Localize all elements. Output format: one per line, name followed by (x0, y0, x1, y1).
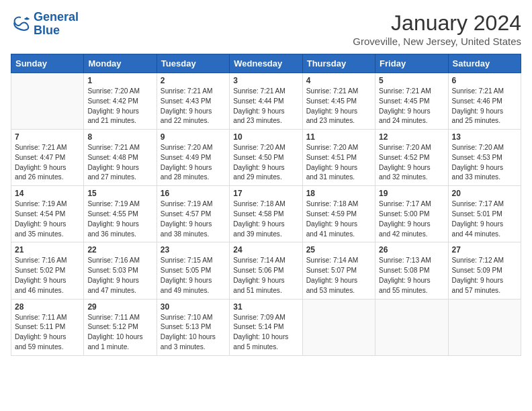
calendar-week-row: 21Sunrise: 7:16 AMSunset: 5:02 PMDayligh… (11, 242, 521, 299)
day-info: Sunrise: 7:20 AMSunset: 4:49 PMDaylight:… (161, 143, 226, 183)
day-info: Sunrise: 7:17 AMSunset: 5:01 PMDaylight:… (452, 199, 517, 239)
day-info: Sunrise: 7:19 AMSunset: 4:55 PMDaylight:… (87, 199, 152, 239)
calendar-week-row: 1Sunrise: 7:20 AMSunset: 4:42 PMDaylight… (11, 73, 521, 130)
calendar-day-cell: 19Sunrise: 7:17 AMSunset: 5:00 PMDayligh… (375, 186, 448, 242)
calendar-day-cell: 15Sunrise: 7:19 AMSunset: 4:55 PMDayligh… (84, 186, 157, 242)
calendar-day-cell: 29Sunrise: 7:11 AMSunset: 5:12 PMDayligh… (84, 299, 157, 355)
calendar-day-cell: 25Sunrise: 7:14 AMSunset: 5:07 PMDayligh… (302, 242, 375, 299)
calendar-week-row: 28Sunrise: 7:11 AMSunset: 5:11 PMDayligh… (11, 299, 521, 355)
calendar-day-cell: 21Sunrise: 7:16 AMSunset: 5:02 PMDayligh… (11, 242, 84, 299)
day-info: Sunrise: 7:14 AMSunset: 5:06 PMDaylight:… (233, 256, 298, 295)
calendar-day-header: Saturday (448, 54, 521, 73)
calendar-table: SundayMondayTuesdayWednesdayThursdayFrid… (11, 54, 521, 356)
day-info: Sunrise: 7:21 AMSunset: 4:45 PMDaylight:… (306, 87, 371, 126)
calendar-day-cell (375, 299, 448, 355)
page-header: General Blue January 2024 Groveville, Ne… (11, 11, 521, 47)
calendar-day-cell: 26Sunrise: 7:13 AMSunset: 5:08 PMDayligh… (375, 242, 448, 299)
day-info: Sunrise: 7:21 AMSunset: 4:45 PMDaylight:… (379, 87, 444, 126)
calendar-day-cell: 17Sunrise: 7:18 AMSunset: 4:58 PMDayligh… (230, 186, 302, 242)
calendar-day-header: Friday (375, 54, 448, 73)
calendar-day-cell: 28Sunrise: 7:11 AMSunset: 5:11 PMDayligh… (11, 299, 84, 355)
calendar-subtitle: Groveville, New Jersey, United States (353, 36, 521, 47)
calendar-day-cell: 30Sunrise: 7:10 AMSunset: 5:13 PMDayligh… (157, 299, 229, 355)
calendar-day-header: Sunday (11, 54, 84, 73)
day-info: Sunrise: 7:20 AMSunset: 4:50 PMDaylight:… (233, 143, 298, 183)
logo-icon (11, 15, 31, 34)
calendar-day-cell: 16Sunrise: 7:19 AMSunset: 4:57 PMDayligh… (157, 186, 229, 242)
calendar-day-cell: 22Sunrise: 7:16 AMSunset: 5:03 PMDayligh… (84, 242, 157, 299)
calendar-day-cell: 8Sunrise: 7:21 AMSunset: 4:48 PMDaylight… (84, 130, 157, 186)
day-number: 6 (452, 76, 517, 85)
calendar-day-cell: 4Sunrise: 7:21 AMSunset: 4:45 PMDaylight… (302, 73, 375, 130)
calendar-day-cell: 5Sunrise: 7:21 AMSunset: 4:45 PMDaylight… (375, 73, 448, 130)
day-number: 20 (452, 189, 517, 198)
day-number: 4 (306, 76, 371, 85)
calendar-week-row: 7Sunrise: 7:21 AMSunset: 4:47 PMDaylight… (11, 130, 521, 186)
day-number: 9 (161, 132, 226, 142)
day-number: 15 (87, 189, 152, 198)
calendar-day-cell: 20Sunrise: 7:17 AMSunset: 5:01 PMDayligh… (448, 186, 521, 242)
day-info: Sunrise: 7:18 AMSunset: 4:58 PMDaylight:… (233, 199, 298, 239)
calendar-day-cell: 9Sunrise: 7:20 AMSunset: 4:49 PMDaylight… (157, 130, 229, 186)
day-number: 24 (233, 245, 298, 255)
calendar-day-cell: 3Sunrise: 7:21 AMSunset: 4:44 PMDaylight… (230, 73, 302, 130)
day-number: 21 (15, 245, 80, 255)
day-info: Sunrise: 7:19 AMSunset: 4:57 PMDaylight:… (161, 199, 226, 239)
calendar-day-cell: 7Sunrise: 7:21 AMSunset: 4:47 PMDaylight… (11, 130, 84, 186)
day-info: Sunrise: 7:11 AMSunset: 5:12 PMDaylight:… (87, 313, 152, 353)
calendar-day-header: Wednesday (230, 54, 302, 73)
day-number: 11 (306, 132, 371, 142)
day-number: 22 (87, 245, 152, 255)
calendar-day-header: Tuesday (157, 54, 229, 73)
calendar-day-cell: 18Sunrise: 7:18 AMSunset: 4:59 PMDayligh… (302, 186, 375, 242)
day-info: Sunrise: 7:21 AMSunset: 4:48 PMDaylight:… (87, 143, 152, 183)
calendar-week-row: 14Sunrise: 7:19 AMSunset: 4:54 PMDayligh… (11, 186, 521, 242)
day-info: Sunrise: 7:16 AMSunset: 5:02 PMDaylight:… (15, 256, 80, 295)
day-info: Sunrise: 7:16 AMSunset: 5:03 PMDaylight:… (87, 256, 152, 295)
calendar-day-cell (302, 299, 375, 355)
day-number: 7 (15, 132, 80, 142)
calendar-day-cell: 1Sunrise: 7:20 AMSunset: 4:42 PMDaylight… (84, 73, 157, 130)
title-block: January 2024 Groveville, New Jersey, Uni… (353, 11, 521, 47)
logo-text: General Blue (34, 11, 79, 38)
day-info: Sunrise: 7:10 AMSunset: 5:13 PMDaylight:… (161, 313, 226, 353)
calendar-day-cell: 11Sunrise: 7:20 AMSunset: 4:51 PMDayligh… (302, 130, 375, 186)
day-info: Sunrise: 7:18 AMSunset: 4:59 PMDaylight:… (306, 199, 371, 239)
day-number: 26 (379, 245, 444, 255)
day-number: 16 (161, 189, 226, 198)
day-number: 5 (379, 76, 444, 85)
day-number: 28 (15, 302, 80, 312)
calendar-day-header: Thursday (302, 54, 375, 73)
day-number: 3 (233, 76, 298, 85)
day-info: Sunrise: 7:11 AMSunset: 5:11 PMDaylight:… (15, 313, 80, 353)
day-number: 25 (306, 245, 371, 255)
day-number: 12 (379, 132, 444, 142)
calendar-day-cell: 23Sunrise: 7:15 AMSunset: 5:05 PMDayligh… (157, 242, 229, 299)
calendar-day-header: Monday (84, 54, 157, 73)
day-number: 2 (161, 76, 226, 85)
day-info: Sunrise: 7:13 AMSunset: 5:08 PMDaylight:… (379, 256, 444, 295)
calendar-header-row: SundayMondayTuesdayWednesdayThursdayFrid… (11, 54, 521, 73)
day-number: 18 (306, 189, 371, 198)
calendar-day-cell (448, 299, 521, 355)
day-info: Sunrise: 7:09 AMSunset: 5:14 PMDaylight:… (233, 313, 298, 353)
day-number: 27 (452, 245, 517, 255)
calendar-day-cell: 24Sunrise: 7:14 AMSunset: 5:06 PMDayligh… (230, 242, 302, 299)
day-info: Sunrise: 7:20 AMSunset: 4:52 PMDaylight:… (379, 143, 444, 183)
day-number: 13 (452, 132, 517, 142)
day-number: 30 (161, 302, 226, 312)
day-info: Sunrise: 7:17 AMSunset: 5:00 PMDaylight:… (379, 199, 444, 239)
calendar-day-cell: 13Sunrise: 7:20 AMSunset: 4:53 PMDayligh… (448, 130, 521, 186)
day-info: Sunrise: 7:20 AMSunset: 4:53 PMDaylight:… (452, 143, 517, 183)
day-number: 19 (379, 189, 444, 198)
day-number: 14 (15, 189, 80, 198)
calendar-day-cell: 31Sunrise: 7:09 AMSunset: 5:14 PMDayligh… (230, 299, 302, 355)
day-info: Sunrise: 7:21 AMSunset: 4:47 PMDaylight:… (15, 143, 80, 183)
calendar-day-cell: 14Sunrise: 7:19 AMSunset: 4:54 PMDayligh… (11, 186, 84, 242)
day-info: Sunrise: 7:21 AMSunset: 4:46 PMDaylight:… (452, 87, 517, 126)
day-number: 23 (161, 245, 226, 255)
day-number: 29 (87, 302, 152, 312)
day-number: 8 (87, 132, 152, 142)
day-number: 31 (233, 302, 298, 312)
logo: General Blue (11, 11, 79, 38)
